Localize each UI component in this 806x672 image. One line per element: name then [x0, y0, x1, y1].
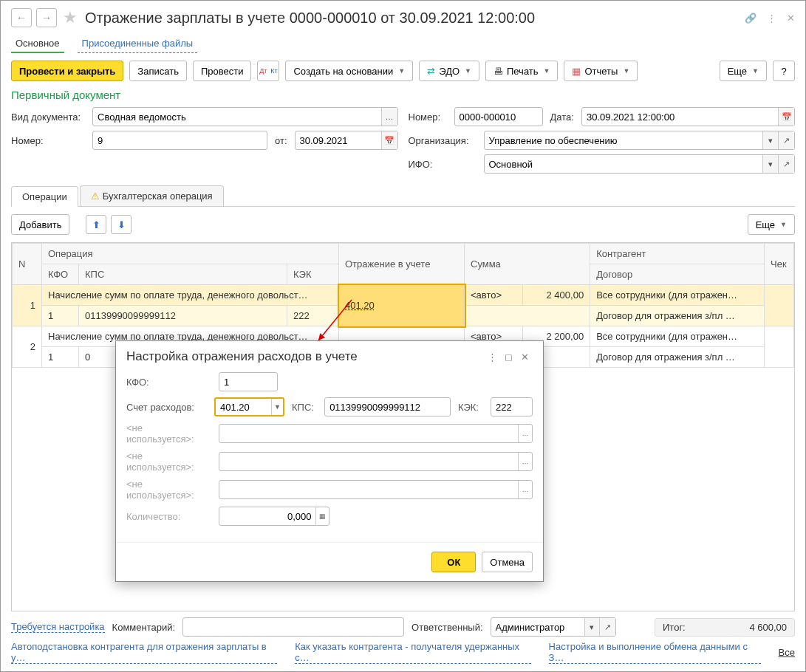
ifo-open-button[interactable]: ↗ — [778, 155, 794, 173]
org-open-button[interactable]: ↗ — [778, 131, 794, 149]
chevron-down-icon: ▼ — [780, 221, 787, 228]
col-n[interactable]: N — [13, 244, 42, 285]
calculator-icon[interactable]: ▦ — [315, 507, 329, 525]
responsible-open-button[interactable]: ↗ — [599, 618, 615, 636]
responsible-dropdown-button[interactable]: ▾ — [584, 618, 599, 636]
from-date-input[interactable] — [296, 131, 381, 149]
comment-label: Комментарий: — [112, 622, 176, 633]
col-kfo[interactable]: КФО — [42, 264, 79, 285]
section-title: Первичный документ — [11, 89, 795, 101]
cancel-button[interactable]: Отмена — [482, 552, 533, 572]
more-button[interactable]: Еще▼ — [720, 61, 767, 81]
dialog-close-icon[interactable]: ✕ — [516, 349, 533, 365]
chevron-down-icon: ▼ — [398, 67, 405, 75]
col-contract[interactable]: Договор — [590, 264, 765, 285]
org-label: Организация: — [409, 135, 477, 146]
dialog-kebab-icon[interactable]: ⋮ — [484, 349, 500, 365]
help-button[interactable]: ? — [773, 61, 795, 81]
kfo-input[interactable] — [219, 373, 277, 391]
responsible-label: Ответственный: — [411, 622, 482, 633]
footer-link-1[interactable]: Автоподстановка контрагента для отражени… — [11, 641, 277, 664]
ellipsis-icon[interactable]: … — [518, 453, 532, 470]
number2-input[interactable] — [93, 131, 267, 149]
col-check[interactable]: Чек — [765, 244, 794, 285]
printer-icon: 🖶 — [493, 66, 503, 77]
ifo-input[interactable] — [485, 155, 762, 173]
footer-link-2[interactable]: Как указать контрагента - получателя уде… — [295, 641, 530, 664]
all-link[interactable]: Все — [779, 647, 795, 658]
org-dropdown-button[interactable]: ▾ — [762, 131, 778, 149]
save-button[interactable]: Записать — [129, 61, 187, 81]
kebab-icon[interactable]: ⋮ — [767, 13, 776, 24]
link-icon[interactable]: 🔗 — [745, 13, 757, 24]
col-reflection[interactable]: Отражение в учете — [339, 244, 465, 285]
page-title: Отражение зарплаты в учете 0000-000010 о… — [85, 10, 535, 27]
forward-button[interactable]: → — [36, 8, 57, 27]
calendar-icon[interactable]: 📅 — [778, 108, 794, 126]
ifo-dropdown-button[interactable]: ▾ — [762, 155, 778, 173]
ifo-label: ИФО: — [409, 159, 477, 170]
comment-input[interactable] — [183, 618, 403, 636]
unused-input-3[interactable] — [219, 481, 518, 498]
tab-attached-files[interactable]: Присоединенные файлы — [78, 35, 198, 53]
back-button[interactable]: ← — [11, 8, 32, 27]
footer-link-3[interactable]: Настройка и выполнение обмена данными с … — [549, 641, 761, 664]
post-button[interactable]: Провести — [193, 61, 252, 81]
ellipsis-icon[interactable]: … — [518, 481, 532, 498]
dialog-title: Настройка отражения расходов в учете — [126, 349, 358, 364]
ok-button[interactable]: ОК — [431, 552, 476, 572]
warning-icon — [91, 191, 100, 202]
chevron-down-icon: ▼ — [544, 67, 550, 75]
close-icon[interactable]: ✕ — [787, 13, 795, 24]
table-more-button[interactable]: Еще▼ — [748, 214, 795, 235]
reports-button[interactable]: ▦Отчеты▼ — [564, 61, 638, 81]
edo-icon: ⇄ — [427, 66, 435, 77]
dt-kt-button[interactable]: ДтКт — [257, 61, 279, 81]
active-cell-reflection[interactable]: 401.20 — [339, 285, 465, 326]
col-kek[interactable]: КЭК — [287, 264, 339, 285]
from-label: от: — [275, 135, 287, 146]
edo-button[interactable]: ⇄ЭДО▼ — [419, 61, 479, 81]
date-label: Дата: — [550, 112, 574, 123]
unused-label-1: <не используется>: — [126, 422, 211, 445]
chevron-down-icon: ▼ — [465, 67, 471, 75]
doc-type-input[interactable] — [93, 108, 381, 126]
unused-label-2: <не используется>: — [126, 450, 211, 473]
number2-label: Номер: — [11, 135, 85, 146]
responsible-input[interactable] — [491, 618, 584, 636]
col-operation[interactable]: Операция — [42, 244, 339, 264]
reg-number-label: Номер: — [409, 112, 447, 123]
calendar-icon[interactable]: 📅 — [381, 131, 397, 149]
add-row-button[interactable]: Добавить — [11, 214, 69, 235]
move-down-button[interactable]: ⬇ — [111, 215, 132, 234]
col-kps[interactable]: КПС — [79, 264, 287, 285]
create-based-on-button[interactable]: Создать на основании▼ — [285, 61, 413, 81]
tab-main[interactable]: Основное — [11, 35, 64, 53]
quantity-input[interactable] — [219, 507, 315, 525]
needs-setup-link[interactable]: Требуется настройка — [11, 621, 105, 633]
col-sum[interactable]: Сумма — [465, 244, 590, 285]
move-up-button[interactable]: ⬆ — [86, 215, 106, 234]
col-counterparty[interactable]: Контрагент — [590, 244, 765, 264]
favorite-star-icon[interactable]: ★ — [63, 8, 78, 27]
expense-account-input[interactable] — [216, 398, 271, 416]
tab-accounting-operation[interactable]: Бухгалтерская операция — [80, 185, 224, 206]
print-button[interactable]: 🖶Печать▼ — [485, 61, 559, 81]
doc-type-select-button[interactable]: … — [381, 108, 397, 126]
reg-number-input[interactable] — [455, 108, 542, 126]
ellipsis-icon[interactable]: … — [518, 425, 532, 442]
kps-label: КПС: — [292, 402, 317, 413]
unused-input-2[interactable] — [219, 453, 518, 470]
unused-label-3: <не используется>: — [126, 479, 211, 501]
dialog-maximize-icon[interactable]: ◻ — [500, 349, 516, 365]
org-input[interactable] — [485, 131, 762, 149]
post-and-close-button[interactable]: Провести и закрыть — [11, 61, 123, 81]
total-label: Итог: — [663, 622, 686, 633]
table-row[interactable]: 1 Начисление сумм по оплате труда, денеж… — [13, 285, 794, 306]
date-input[interactable] — [582, 108, 778, 126]
tab-operations[interactable]: Операции — [11, 186, 78, 207]
kek-input[interactable] — [491, 398, 532, 416]
kps-input[interactable] — [325, 398, 450, 416]
unused-input-1[interactable] — [219, 425, 518, 442]
chevron-down-icon[interactable]: ▼ — [271, 399, 283, 415]
